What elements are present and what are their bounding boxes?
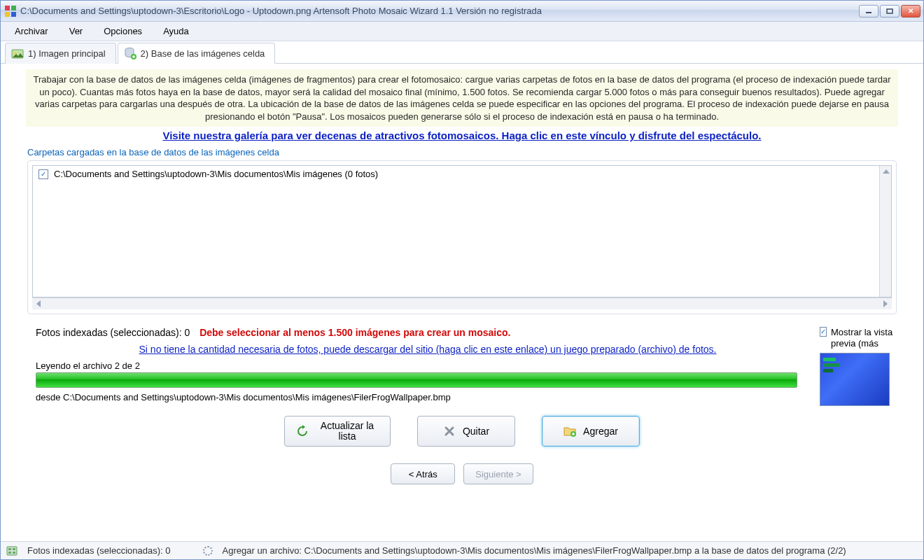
status-db-icon — [6, 545, 18, 556]
image-icon — [11, 48, 24, 60]
svg-rect-0 — [5, 6, 10, 10]
tab-label: 1) Imagen principal — [28, 48, 106, 59]
tab-label: 2) Base de las imágenes celda — [141, 48, 265, 59]
next-button[interactable]: Siguiente > — [463, 463, 533, 484]
action-buttons-row: Actualizar la lista Quitar Agregar — [13, 416, 911, 447]
wizard-tabs: 1) Imagen principal 2) Base de las imáge… — [1, 41, 923, 64]
preview-thumbnail — [820, 353, 890, 406]
refresh-list-label: Actualizar la lista — [316, 421, 379, 442]
folders-panel: ✓ C:\Documents and Settings\uptodown-3\M… — [27, 160, 897, 314]
add-label: Agregar — [583, 426, 618, 437]
svg-rect-1 — [11, 6, 16, 10]
svg-rect-13 — [13, 548, 15, 550]
busy-spinner-icon — [203, 546, 213, 556]
remove-button[interactable]: Quitar — [417, 416, 515, 447]
horizontal-scrollbar[interactable] — [32, 298, 892, 309]
checkbox-icon: ✓ — [820, 327, 827, 337]
back-button[interactable]: < Atrás — [391, 463, 455, 484]
menubar: Archivar Ver Opciones Ayuda — [1, 22, 923, 41]
indexed-count-text: Fotos indexadas (seleccionadas): 0 — [36, 327, 190, 338]
svg-rect-14 — [8, 552, 11, 554]
stats-row: Fotos indexadas (seleccionadas): 0 Debe … — [36, 327, 897, 406]
progress-from-label: desde C:\Documents and Settings\uptodown… — [36, 392, 797, 402]
vertical-scrollbar[interactable] — [879, 166, 891, 297]
window-controls: ✕ — [859, 5, 920, 18]
statusbar: Fotos indexadas (seleccionadas): 0 Agreg… — [1, 541, 923, 559]
app-icon — [5, 6, 16, 17]
svg-rect-3 — [11, 12, 16, 17]
window-title: C:\Documents and Settings\uptodown-3\Esc… — [20, 6, 859, 16]
add-button[interactable]: Agregar — [542, 416, 640, 447]
folder-row[interactable]: ✓ C:\Documents and Settings\uptodown-3\M… — [33, 166, 891, 182]
min-images-warning: Debe seleccionar al menos 1.500 imágenes… — [200, 327, 510, 338]
minimize-button[interactable] — [859, 5, 878, 18]
tab-base-imagenes-celda[interactable]: 2) Base de las imágenes celda — [118, 43, 276, 64]
database-add-icon — [124, 47, 136, 59]
show-preview-checkbox[interactable]: ✓ Mostrar la vista previa (más — [820, 327, 897, 349]
remove-label: Quitar — [463, 426, 489, 437]
folder-checkbox[interactable]: ✓ — [38, 169, 48, 179]
folders-label: Carpetas cargadas en la base de datos de… — [27, 147, 911, 158]
remove-icon — [443, 425, 456, 438]
app-window: C:\Documents and Settings\uptodown-3\Esc… — [0, 0, 924, 560]
titlebar: C:\Documents and Settings\uptodown-3\Esc… — [1, 1, 923, 22]
status-adding-file: Agregar un archivo: C:\Documents and Set… — [223, 545, 846, 556]
refresh-list-button[interactable]: Actualizar la lista — [284, 416, 391, 447]
preview-column: ✓ Mostrar la vista previa (más — [820, 327, 897, 406]
show-preview-label: Mostrar la vista previa (más — [831, 327, 897, 349]
close-button[interactable]: ✕ — [901, 5, 920, 18]
wizard-nav-row: < Atrás Siguiente > — [13, 463, 911, 484]
menu-archivar[interactable]: Archivar — [6, 23, 57, 39]
info-text: Trabajar con la base de datos de las imá… — [26, 69, 898, 127]
download-photoset-link[interactable]: Si no tiene la cantidad necesaria de fot… — [36, 344, 820, 355]
refresh-icon — [296, 425, 309, 438]
maximize-button[interactable] — [880, 5, 899, 18]
gallery-link[interactable]: Visite nuestra galería para ver decenas … — [13, 130, 911, 141]
indexed-count: Fotos indexadas (seleccionadas): 0 Debe … — [36, 327, 820, 338]
svg-rect-2 — [5, 12, 10, 17]
progress-reading-label: Leyendo el archivo 2 de 2 — [36, 360, 797, 371]
svg-rect-15 — [13, 552, 15, 554]
menu-opciones[interactable]: Opciones — [95, 23, 150, 39]
progress-area: Leyendo el archivo 2 de 2 desde C:\Docum… — [36, 356, 797, 404]
svg-rect-11 — [7, 547, 17, 555]
menu-ayuda[interactable]: Ayuda — [155, 23, 197, 39]
folder-add-icon — [564, 425, 576, 438]
menu-ver[interactable]: Ver — [61, 23, 92, 39]
svg-rect-12 — [8, 548, 11, 550]
svg-rect-5 — [887, 9, 892, 13]
tab-imagen-principal[interactable]: 1) Imagen principal — [5, 43, 116, 64]
status-indexed: Fotos indexadas (seleccionadas): 0 — [27, 545, 171, 556]
progress-bar — [36, 372, 797, 388]
folder-path: C:\Documents and Settings\uptodown-3\Mis… — [54, 169, 378, 179]
folders-listbox[interactable]: ✓ C:\Documents and Settings\uptodown-3\M… — [32, 165, 892, 298]
content-area: Trabajar con la base de datos de las imá… — [1, 64, 923, 541]
